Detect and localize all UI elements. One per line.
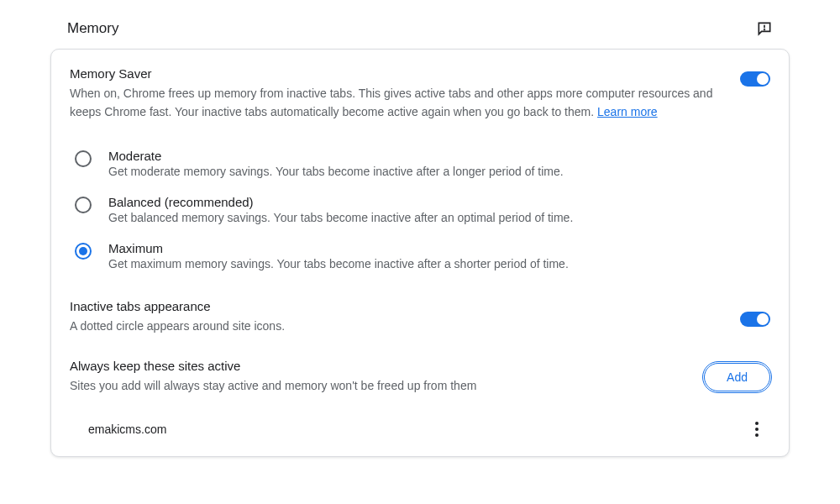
radio-description: Get moderate memory savings. Your tabs b… (108, 165, 770, 178)
svg-point-1 (764, 29, 765, 30)
radio-label: Moderate (108, 149, 770, 163)
always-active-description: Sites you add will always stay active an… (70, 376, 704, 395)
radio-circle-icon (75, 150, 92, 167)
page-header: Memory (50, 17, 790, 49)
feedback-icon[interactable] (756, 20, 773, 37)
memory-saver-section: Memory Saver When on, Chrome frees up me… (70, 66, 770, 122)
site-url: emakicms.com (88, 423, 166, 436)
site-item: emakicms.com (70, 417, 770, 439)
add-button[interactable]: Add (704, 363, 770, 391)
inactive-tabs-description: A dotted circle appears around site icon… (70, 317, 740, 335)
more-vert-icon[interactable] (748, 421, 765, 438)
settings-card: Memory Saver When on, Chrome frees up me… (50, 49, 790, 457)
radio-maximum[interactable]: Maximum Get maximum memory savings. Your… (70, 233, 770, 279)
inactive-tabs-title: Inactive tabs appearance (70, 299, 740, 313)
memory-saver-title: Memory Saver (70, 66, 723, 81)
learn-more-link[interactable]: Learn more (597, 105, 658, 118)
radio-label: Balanced (recommended) (108, 195, 770, 209)
radio-moderate[interactable]: Moderate Get moderate memory savings. Yo… (70, 140, 770, 186)
radio-circle-icon (75, 243, 92, 260)
radio-description: Get maximum memory savings. Your tabs be… (108, 257, 770, 270)
radio-balanced[interactable]: Balanced (recommended) Get balanced memo… (70, 186, 770, 233)
radio-label: Maximum (108, 241, 770, 255)
always-active-title: Always keep these sites active (70, 359, 704, 373)
always-active-section: Always keep these sites active Sites you… (70, 359, 770, 395)
memory-saver-toggle[interactable] (740, 71, 770, 87)
radio-circle-icon (75, 197, 92, 213)
page-title: Memory (67, 20, 118, 37)
inactive-tabs-toggle[interactable] (740, 312, 770, 327)
radio-description: Get balanced memory savings. Your tabs b… (108, 211, 770, 224)
memory-saver-options: Moderate Get moderate memory savings. Yo… (70, 140, 770, 279)
inactive-tabs-section: Inactive tabs appearance A dotted circle… (70, 299, 770, 335)
memory-saver-description: When on, Chrome frees up memory from ina… (70, 84, 723, 122)
